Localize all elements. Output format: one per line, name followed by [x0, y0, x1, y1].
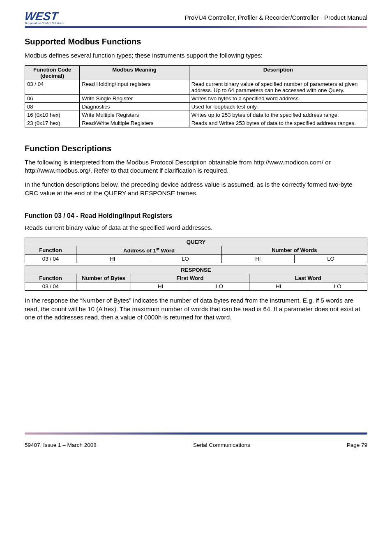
cell: Writes up to 253 bytes of data to the sp…: [189, 111, 367, 119]
response-title: RESPONSE: [25, 266, 367, 274]
response-data-row: 03 / 04 HI LO HI LO: [25, 282, 367, 291]
query-col-address: Address of 1st Word: [76, 246, 221, 254]
query-header-row: Function Address of 1st Word Number of W…: [25, 246, 367, 254]
function-03-04-title: Function 03 / 04 - Read Holding/Input Re…: [25, 212, 367, 220]
cell: LO: [294, 255, 367, 263]
cell: HI: [131, 282, 190, 291]
page-header: WEST Temperature Control Solutions ProVU…: [25, 12, 367, 25]
table-header-row: Function Code (decimal) Modbus Meaning D…: [25, 65, 367, 80]
header-rule: [25, 26, 367, 28]
function-03-04-intro: Reads current binary value of data at th…: [25, 224, 367, 232]
cell: LO: [190, 282, 249, 291]
table-row: 16 (0x10 hex) Write Multiple Registers W…: [25, 111, 367, 119]
modbus-functions-table: Function Code (decimal) Modbus Meaning D…: [25, 65, 367, 127]
logo-text: WEST: [24, 12, 58, 21]
cell: [76, 282, 131, 291]
cell: Read/Write Multiple Registers: [80, 119, 189, 127]
cell: Reads and Writes 253 bytes of data to th…: [189, 119, 367, 127]
cell: 03 / 04: [25, 80, 80, 94]
cell: HI: [221, 255, 294, 263]
cell: Write Single Register: [80, 94, 189, 102]
cell: 03 / 04: [25, 282, 76, 291]
cell: Diagnostics: [80, 102, 189, 111]
footer-center: Serial Communications: [193, 442, 250, 448]
col-modbus-meaning: Modbus Meaning: [80, 65, 189, 80]
cell: LO: [149, 255, 221, 263]
table-row: 03 / 04 Read Holding/Input registers Rea…: [25, 80, 367, 94]
page: WEST Temperature Control Solutions ProVU…: [0, 0, 392, 465]
cell: LO: [308, 282, 367, 291]
query-title: QUERY: [25, 238, 367, 246]
cell: Read Holding/Input registers: [80, 80, 189, 94]
function-03-04-outro: In the response the “Number of Bytes” in…: [25, 296, 367, 321]
cell: 06: [25, 94, 80, 102]
function-descriptions-para2: In the function descriptions below, the …: [25, 180, 367, 197]
table-row: 08 Diagnostics Used for loopback test on…: [25, 102, 367, 111]
cell: 16 (0x10 hex): [25, 111, 80, 119]
query-data-row: 03 / 04 HI LO HI LO: [25, 255, 367, 263]
cell: 08: [25, 102, 80, 111]
logo-block: WEST Temperature Control Solutions: [25, 12, 64, 25]
function-descriptions-para1: The following is interpreted from the Mo…: [25, 158, 367, 175]
cell: HI: [249, 282, 308, 291]
response-table: RESPONSE Function Number of Bytes First …: [25, 266, 367, 291]
document-title: ProVU4 Controller, Profiler & Recorder/C…: [185, 12, 367, 21]
footer-rule: [25, 432, 367, 435]
query-title-row: QUERY: [25, 238, 367, 246]
cell: Writes two bytes to a specified word add…: [189, 94, 367, 102]
response-col-function: Function: [25, 274, 76, 282]
footer-left: 59407, Issue 1 – March 2008: [25, 442, 97, 448]
cell: HI: [76, 255, 149, 263]
query-col-numwords: Number of Words: [221, 246, 367, 254]
query-table: QUERY Function Address of 1st Word Numbe…: [25, 238, 367, 263]
cell: 23 (0x17 hex): [25, 119, 80, 127]
table-row: 06 Write Single Register Writes two byte…: [25, 94, 367, 102]
footer-right: Page 79: [347, 442, 367, 448]
response-header-row: Function Number of Bytes First Word Last…: [25, 274, 367, 282]
col-function-code: Function Code (decimal): [25, 65, 80, 80]
cell: 03 / 04: [25, 255, 76, 263]
cell: Used for loopback test only.: [189, 102, 367, 111]
table-row: 23 (0x17 hex) Read/Write Multiple Regist…: [25, 119, 367, 127]
response-title-row: RESPONSE: [25, 266, 367, 274]
query-col-function: Function: [25, 246, 76, 254]
section-function-descriptions-title: Function Descriptions: [25, 144, 367, 153]
col-description: Description: [189, 65, 367, 80]
response-col-lastword: Last Word: [249, 274, 367, 282]
cell: Read current binary value of specified n…: [189, 80, 367, 94]
section-supported-modbus-title: Supported Modbus Functions: [25, 37, 367, 46]
section-supported-modbus-intro: Modbus defines several function types; t…: [25, 51, 367, 60]
response-col-firstword: First Word: [131, 274, 249, 282]
cell: Write Multiple Registers: [80, 111, 189, 119]
response-col-bytes: Number of Bytes: [76, 274, 131, 282]
page-footer: 59407, Issue 1 – March 2008 Serial Commu…: [25, 442, 367, 448]
